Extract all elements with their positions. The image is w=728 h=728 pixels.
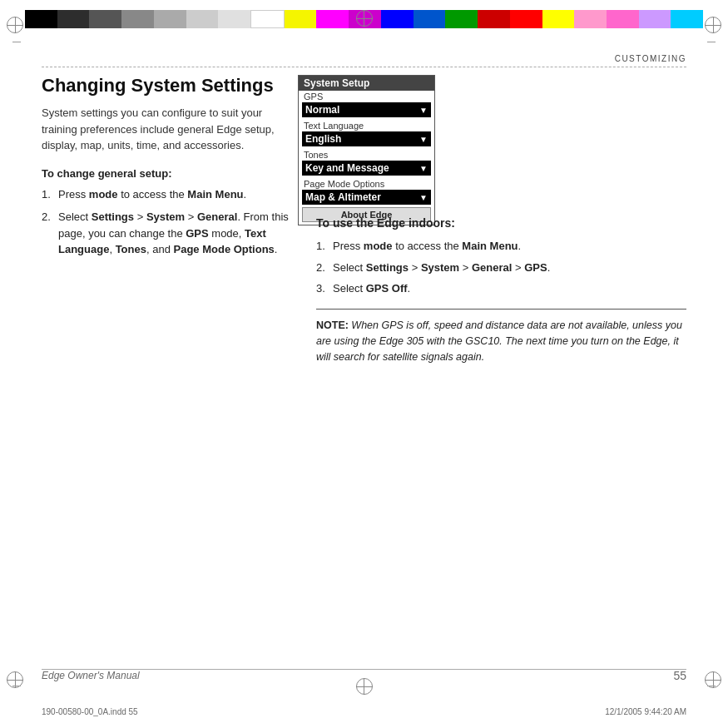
page-title: Changing System Settings: [42, 75, 291, 97]
swatch-gray: [89, 10, 121, 28]
left-steps-list: 1. Press mode to access the Main Menu. 2…: [42, 186, 291, 258]
tones-label: Tones: [299, 149, 434, 161]
main-menu-keyword-r1: Main Menu: [462, 240, 518, 252]
crop-tl-h: [12, 42, 21, 42]
reg-mark-top-right: [705, 17, 721, 33]
swatch-mid-gray: [121, 10, 154, 28]
print-info: 190-00580-00_0A.indd 55 12/1/2005 9:44:2…: [42, 707, 686, 716]
right-step-3: 3. Select GPS Off.: [316, 280, 686, 297]
tones-arrow-icon: ▼: [419, 164, 428, 173]
reg-mark-top-center: [356, 10, 373, 27]
system-setup-box: System Setup GPS Normal ▼ Text Language …: [298, 75, 435, 225]
swatch-magenta: [316, 10, 349, 28]
gps-label: GPS: [299, 91, 434, 102]
gps-off-keyword: GPS Off: [366, 282, 408, 295]
general-keyword: General: [197, 210, 237, 223]
step-num-1: 1.: [42, 186, 51, 203]
swatch-lavender: [639, 10, 671, 28]
swatch-dark-red: [478, 10, 510, 28]
left-step-2: 2. Select Settings > System > General. F…: [42, 209, 291, 258]
crop-bl-h: [12, 686, 21, 686]
general-keyword-r: General: [472, 261, 512, 274]
swatch-black: [25, 10, 57, 28]
page-mode-keyword: Page Mode Options: [174, 243, 275, 255]
intro-text: System settings you can configure to sui…: [42, 105, 291, 154]
swatch-hot-pink: [607, 10, 639, 28]
swatch-red: [510, 10, 542, 28]
footer: Edge Owner's Manual 55: [42, 669, 686, 682]
right-step-1: 1. Press mode to access the Main Menu.: [316, 238, 686, 255]
right-column: To use the Edge indoors: 1. Press mode t…: [316, 216, 686, 366]
gps-dropdown[interactable]: Normal ▼: [302, 102, 431, 117]
gps-arrow-icon: ▼: [419, 106, 428, 115]
footer-manual-name: Edge Owner's Manual: [42, 670, 140, 681]
section-label: CUSTOMIZING: [615, 54, 686, 63]
system-keyword-r: System: [421, 261, 459, 274]
right-step-num-1: 1.: [316, 238, 325, 255]
text-language-label: Text Language: [299, 120, 434, 131]
page-mode-dropdown[interactable]: Map & Altimeter ▼: [302, 190, 431, 205]
tones-keyword: Tones: [116, 243, 146, 255]
right-steps-list: 1. Press mode to access the Main Menu. 2…: [316, 238, 686, 297]
swatch-pink: [574, 10, 607, 28]
text-language-arrow-icon: ▼: [419, 135, 428, 144]
swatch-bright-yellow: [542, 10, 575, 28]
mode-keyword-1: mode: [89, 188, 118, 201]
swatch-green: [445, 10, 478, 28]
page-mode-value: Map & Altimeter: [305, 191, 381, 203]
left-column: Changing System Settings System settings…: [42, 75, 291, 265]
step-num-2: 2.: [42, 209, 51, 225]
reg-mark-top-left: [7, 17, 23, 33]
mode-keyword-r1: mode: [364, 240, 393, 252]
right-step-num-3: 3.: [316, 280, 325, 297]
footer-page-number: 55: [673, 669, 686, 682]
swatch-dark-gray: [57, 10, 90, 28]
system-setup-screenshot: System Setup GPS Normal ▼ Text Language …: [298, 75, 435, 239]
gps-keyword: GPS: [186, 227, 208, 240]
text-language-value: English: [305, 133, 341, 145]
settings-keyword: Settings: [92, 210, 134, 223]
tones-value: Key and Message: [305, 162, 389, 174]
left-step-1: 1. Press mode to access the Main Menu.: [42, 186, 291, 203]
swatch-blue: [381, 10, 414, 28]
swatch-lighter-gray: [186, 10, 219, 28]
swatch-dark-blue: [414, 10, 446, 28]
page-mode-label: Page Mode Options: [299, 178, 434, 190]
setup-title: System Setup: [299, 76, 434, 91]
indoor-heading: To use the Edge indoors:: [316, 216, 686, 230]
right-step-num-2: 2.: [316, 260, 325, 276]
page-mode-arrow-icon: ▼: [419, 193, 428, 202]
print-date-info: 12/1/2005 9:44:20 AM: [605, 707, 686, 716]
main-menu-keyword-1: Main Menu: [187, 188, 243, 201]
note-text: NOTE: When GPS is off, speed and distanc…: [316, 318, 686, 366]
swatch-near-white: [218, 10, 250, 28]
right-step-2: 2. Select Settings > System > General > …: [316, 260, 686, 276]
crop-tr-h: [707, 42, 716, 42]
tones-dropdown[interactable]: Key and Message ▼: [302, 161, 431, 176]
top-divider: [42, 67, 686, 67]
gps-value: Normal: [305, 104, 339, 116]
note-label: NOTE:: [316, 319, 349, 331]
crop-br-h: [707, 686, 716, 686]
swatch-cyan: [671, 10, 703, 28]
note-divider: [316, 309, 686, 310]
change-setup-heading: To change general setup:: [42, 167, 291, 180]
settings-keyword-r: Settings: [366, 261, 409, 274]
main-content: CUSTOMIZING Changing System Settings Sys…: [42, 50, 686, 661]
system-keyword: System: [146, 210, 185, 223]
note-content: When GPS is off, speed and distance data…: [316, 319, 682, 364]
text-language-dropdown[interactable]: English ▼: [302, 131, 431, 146]
swatch-yellow: [285, 10, 317, 28]
print-file-info: 190-00580-00_0A.indd 55: [42, 707, 138, 716]
gps-keyword-r: GPS: [524, 261, 547, 274]
swatch-light-gray: [154, 10, 186, 28]
swatch-white: [250, 10, 285, 28]
